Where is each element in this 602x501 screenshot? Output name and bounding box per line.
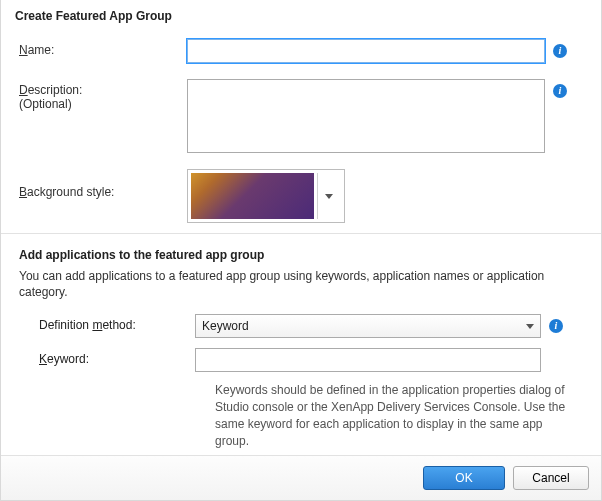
background-style-picker[interactable]: [187, 169, 345, 223]
row-description: Description: (Optional) i: [19, 79, 583, 153]
definition-method-value: Keyword: [202, 319, 249, 333]
label-name-hotkey: N: [19, 43, 28, 57]
label-defmethod-text: Definition method:: [39, 318, 136, 332]
cancel-button[interactable]: Cancel: [513, 466, 589, 490]
info-icon[interactable]: i: [553, 84, 567, 98]
label-name-rest: ame:: [28, 43, 55, 57]
definition-method-dropdown[interactable]: Keyword: [195, 314, 541, 338]
label-bg-hotkey: B: [19, 185, 27, 199]
background-swatch-dropdown-button[interactable]: [317, 173, 341, 219]
name-input[interactable]: [187, 39, 545, 63]
form-area: Name: i Description: (Optional) i Backgr…: [1, 29, 601, 223]
label-description-optional: (Optional): [19, 97, 72, 111]
row-definition-method: Definition method: Keyword i: [19, 314, 583, 338]
row-name: Name: i: [19, 39, 583, 63]
label-keyword: Keyword:: [19, 348, 195, 366]
label-description-rest: escription:: [28, 83, 83, 97]
background-swatch-preview: [191, 173, 314, 219]
button-bar: OK Cancel: [1, 455, 601, 500]
chevron-down-icon: [325, 194, 333, 199]
section-description: You can add applications to a featured a…: [19, 268, 583, 300]
label-background-style: Background style:: [19, 169, 187, 199]
row-keyword: Keyword:: [19, 348, 583, 372]
label-keyword-rest: eyword:: [47, 352, 89, 366]
dialog-title: Create Featured App Group: [1, 0, 601, 29]
info-icon[interactable]: i: [549, 319, 563, 333]
label-description-hotkey: D: [19, 83, 28, 97]
section-title: Add applications to the featured app gro…: [19, 248, 583, 262]
label-keyword-hotkey: K: [39, 352, 47, 366]
label-bg-rest: ackground style:: [27, 185, 114, 199]
chevron-down-icon: [526, 324, 534, 329]
keyword-input[interactable]: [195, 348, 541, 372]
section-add-applications: Add applications to the featured app gro…: [1, 234, 601, 450]
description-input[interactable]: [187, 79, 545, 153]
keyword-hint: Keywords should be defined in the applic…: [215, 382, 575, 449]
row-background-style: Background style:: [19, 169, 583, 223]
label-definition-method: Definition method:: [19, 314, 195, 332]
info-icon[interactable]: i: [553, 44, 567, 58]
dialog-create-featured-app-group: Create Featured App Group Name: i Descri…: [0, 0, 602, 501]
label-name: Name:: [19, 39, 187, 57]
ok-button[interactable]: OK: [423, 466, 505, 490]
label-description: Description: (Optional): [19, 79, 187, 111]
